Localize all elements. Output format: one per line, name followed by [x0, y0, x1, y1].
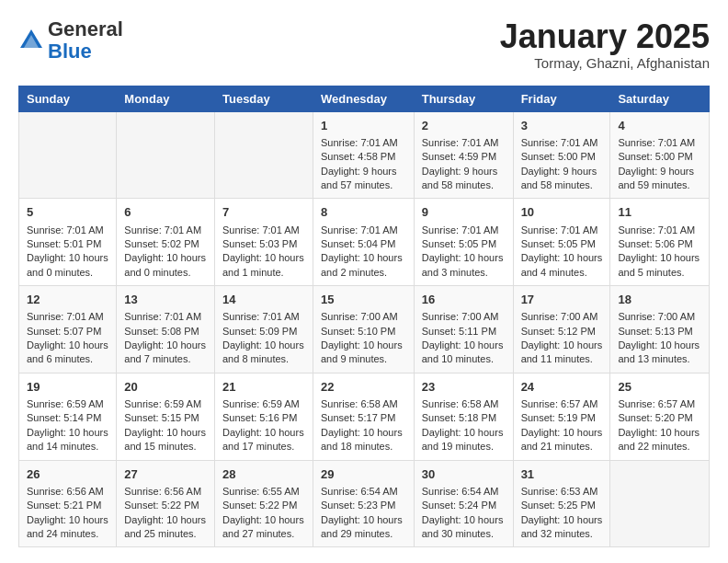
cell-info: Daylight: 10 hours and 0 minutes. [124, 251, 207, 280]
day-number: 19 [27, 379, 108, 396]
cell-info: Sunrise: 7:01 AM [521, 136, 603, 150]
cell-info: Daylight: 10 hours and 18 minutes. [321, 426, 406, 454]
cell-info: Sunset: 5:04 PM [321, 237, 406, 251]
cell-info: Sunset: 5:21 PM [27, 499, 108, 512]
cell-info: Sunrise: 6:54 AM [422, 485, 506, 499]
day-number: 27 [124, 466, 207, 483]
cell-info: Sunrise: 7:01 AM [124, 224, 207, 237]
calendar-cell: 20Sunrise: 6:59 AMSunset: 5:15 PMDayligh… [117, 373, 215, 460]
cell-info: Daylight: 10 hours and 8 minutes. [222, 339, 305, 367]
calendar-cell: 3Sunrise: 7:01 AMSunset: 5:00 PMDaylight… [513, 111, 610, 199]
calendar-cell: 7Sunrise: 7:01 AMSunset: 5:03 PMDaylight… [214, 199, 313, 286]
calendar-cell: 2Sunrise: 7:01 AMSunset: 4:59 PMDaylight… [414, 111, 513, 199]
day-number: 10 [521, 204, 603, 221]
calendar-cell: 4Sunrise: 7:01 AMSunset: 5:00 PMDaylight… [610, 111, 710, 199]
calendar-cell: 21Sunrise: 6:59 AMSunset: 5:16 PMDayligh… [214, 373, 313, 460]
cell-info: Sunrise: 7:01 AM [521, 224, 603, 237]
cell-info: Sunrise: 7:01 AM [321, 136, 406, 150]
cell-info: Sunrise: 7:00 AM [321, 310, 406, 324]
cell-info: Daylight: 10 hours and 27 minutes. [222, 513, 305, 542]
cell-info: Sunrise: 6:59 AM [27, 397, 108, 411]
month-title: January 2025 [500, 18, 710, 55]
calendar-cell: 30Sunrise: 6:54 AMSunset: 5:24 PMDayligh… [414, 460, 513, 547]
cell-info: Sunrise: 7:01 AM [27, 310, 108, 324]
cell-info: Daylight: 10 hours and 21 minutes. [521, 426, 603, 454]
cell-info: Sunset: 4:59 PM [422, 150, 506, 164]
cell-info: Daylight: 10 hours and 4 minutes. [521, 251, 603, 280]
cell-info: Sunset: 5:03 PM [222, 237, 305, 251]
day-number: 26 [27, 466, 108, 483]
day-number: 8 [321, 204, 406, 221]
day-number: 23 [422, 379, 506, 396]
calendar-cell [19, 111, 117, 199]
calendar-cell: 8Sunrise: 7:01 AMSunset: 5:04 PMDaylight… [313, 199, 414, 286]
day-number: 1 [321, 118, 406, 134]
calendar-cell: 18Sunrise: 7:00 AMSunset: 5:13 PMDayligh… [610, 286, 710, 373]
cell-info: Sunset: 5:02 PM [124, 237, 207, 251]
cell-info: Daylight: 10 hours and 32 minutes. [521, 513, 603, 542]
calendar-cell: 11Sunrise: 7:01 AMSunset: 5:06 PMDayligh… [610, 199, 710, 286]
calendar-cell: 10Sunrise: 7:01 AMSunset: 5:05 PMDayligh… [513, 199, 610, 286]
cell-info: Daylight: 10 hours and 1 minute. [222, 251, 305, 280]
cell-info: Sunrise: 7:00 AM [618, 310, 701, 324]
cell-info: Sunrise: 7:01 AM [124, 310, 207, 324]
weekday-header-thursday: Thursday [414, 86, 513, 111]
cell-info: Sunrise: 6:56 AM [124, 485, 207, 499]
cell-info: Daylight: 10 hours and 25 minutes. [124, 513, 207, 542]
weekday-header-row: SundayMondayTuesdayWednesdayThursdayFrid… [19, 86, 710, 111]
cell-info: Sunrise: 7:01 AM [321, 224, 406, 237]
cell-info: Daylight: 10 hours and 24 minutes. [27, 513, 108, 542]
cell-info: Daylight: 10 hours and 17 minutes. [222, 426, 305, 454]
cell-info: Sunset: 5:17 PM [321, 411, 406, 425]
cell-info: Sunset: 5:00 PM [618, 150, 701, 164]
week-row-3: 12Sunrise: 7:01 AMSunset: 5:07 PMDayligh… [19, 286, 710, 373]
cell-info: Sunrise: 6:57 AM [618, 397, 701, 411]
cell-info: Sunset: 5:07 PM [27, 325, 108, 339]
cell-info: Sunset: 5:10 PM [321, 325, 406, 339]
cell-info: Daylight: 10 hours and 15 minutes. [124, 426, 207, 454]
cell-info: Sunrise: 6:54 AM [321, 485, 406, 499]
cell-info: Sunset: 5:14 PM [27, 411, 108, 425]
cell-info: Daylight: 10 hours and 29 minutes. [321, 513, 406, 542]
calendar-cell [214, 111, 313, 199]
day-number: 20 [124, 379, 207, 396]
weekday-header-tuesday: Tuesday [214, 86, 313, 111]
cell-info: Sunset: 5:20 PM [618, 411, 701, 425]
logo-icon [18, 28, 44, 53]
calendar-cell: 28Sunrise: 6:55 AMSunset: 5:22 PMDayligh… [214, 460, 313, 547]
day-number: 28 [222, 466, 305, 483]
cell-info: Sunset: 5:05 PM [422, 237, 506, 251]
cell-info: Sunset: 5:19 PM [521, 411, 603, 425]
cell-info: Daylight: 10 hours and 7 minutes. [124, 339, 207, 367]
cell-info: Sunrise: 6:53 AM [521, 485, 603, 499]
logo-text: General Blue [48, 18, 123, 63]
day-number: 15 [321, 292, 406, 308]
week-row-5: 26Sunrise: 6:56 AMSunset: 5:21 PMDayligh… [19, 460, 710, 547]
cell-info: Sunrise: 7:00 AM [422, 310, 506, 324]
calendar-cell [610, 460, 710, 547]
calendar-cell: 16Sunrise: 7:00 AMSunset: 5:11 PMDayligh… [414, 286, 513, 373]
calendar-cell: 27Sunrise: 6:56 AMSunset: 5:22 PMDayligh… [117, 460, 215, 547]
day-number: 29 [321, 466, 406, 483]
calendar-cell: 26Sunrise: 6:56 AMSunset: 5:21 PMDayligh… [19, 460, 117, 547]
cell-info: Sunset: 5:22 PM [124, 499, 207, 512]
day-number: 12 [27, 292, 108, 308]
day-number: 25 [618, 379, 701, 396]
day-number: 22 [321, 379, 406, 396]
day-number: 31 [521, 466, 603, 483]
cell-info: Sunrise: 6:57 AM [521, 397, 603, 411]
cell-info: Sunrise: 6:55 AM [222, 485, 305, 499]
cell-info: Sunset: 5:16 PM [222, 411, 305, 425]
week-row-4: 19Sunrise: 6:59 AMSunset: 5:14 PMDayligh… [19, 373, 710, 460]
cell-info: Sunset: 5:13 PM [618, 325, 701, 339]
calendar-cell: 19Sunrise: 6:59 AMSunset: 5:14 PMDayligh… [19, 373, 117, 460]
day-number: 21 [222, 379, 305, 396]
day-number: 14 [222, 292, 305, 308]
cell-info: Sunset: 5:05 PM [521, 237, 603, 251]
title-block: January 2025 Tormay, Ghazni, Afghanistan [500, 18, 710, 71]
cell-info: Sunrise: 7:01 AM [27, 224, 108, 237]
cell-info: Daylight: 10 hours and 13 minutes. [618, 339, 701, 367]
calendar-cell: 17Sunrise: 7:00 AMSunset: 5:12 PMDayligh… [513, 286, 610, 373]
calendar-cell: 12Sunrise: 7:01 AMSunset: 5:07 PMDayligh… [19, 286, 117, 373]
day-number: 2 [422, 118, 506, 134]
